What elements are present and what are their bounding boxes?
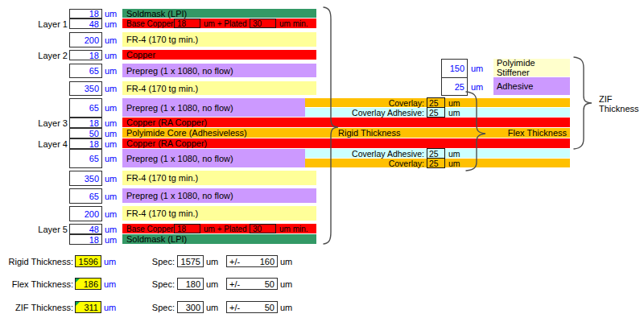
plated-thickness-cell[interactable]: 30 [250,19,276,28]
tolerance-cell[interactable]: +/- 50 [226,301,278,313]
plated-thickness-cell[interactable]: 30 [250,224,276,233]
summary-label: Rigid Thickness: [0,255,73,267]
unit-label: um [206,255,218,267]
stack-row: 350 um FR-4 (170 tg min.) [0,171,644,186]
tolerance-cell[interactable]: +/- 50 [226,278,278,290]
coverlay-adhesive-thickness-cell[interactable]: 25 [427,107,445,118]
summary-row: ZIF Thickness: 311 um Spec: 300 um +/- 5… [0,301,644,313]
spec-cell[interactable]: 300 [177,301,204,313]
thickness-cell[interactable]: 65 [69,64,102,78]
spec-cell[interactable]: 1575 [177,255,204,267]
thickness-cell[interactable]: 48 [69,19,102,29]
thickness-cell[interactable]: 350 [69,81,102,96]
stack-row: 65 um Prepreg (1 x 1080, no flow) [0,188,644,204]
unit-label: um [471,59,483,78]
material-label: Base Copper [126,224,173,233]
stack-row: 18 um Soldmask (LPI) [0,9,644,19]
tolerance-sign: +/- [229,257,240,266]
fr4-bar: FR-4 (170 tg min.) [122,206,316,221]
result-cell[interactable]: 1596 [75,255,101,267]
soldmask-bar: Soldmask (LPI) [122,9,316,18]
prepreg-bar: Prepreg (1 x 1080, no flow) [122,98,305,117]
material-label: um min. [279,224,308,233]
unit-label: um [105,81,117,96]
unit-label: um [105,188,117,204]
material-label: Adhesive [497,81,533,91]
thickness-cell[interactable]: 200 [69,206,102,221]
tolerance-cell[interactable]: +/- 160 [226,255,278,267]
stiffener-adhesive-thickness-cell[interactable]: 25 [441,77,468,96]
unit-label: um [105,32,117,47]
coverlay-adhesive-bar: Coverlay Adhesive: 25 um [305,149,570,158]
coverlay-label: Coverlay: [389,98,424,107]
coverlay-thickness-cell[interactable]: 25 [427,158,445,168]
stiffener-thickness-cell[interactable]: 150 [441,59,468,78]
thickness-cell[interactable]: 18 [69,138,102,149]
unit-label: um [105,19,117,29]
base-thickness-cell[interactable]: 18 [174,224,200,233]
coverlay-adhesive-label: Coverlay Adhesive: [352,108,424,117]
zif-thickness-label-line1: ZIF [599,94,639,104]
tolerance-sign: +/- [229,279,240,289]
layer-label: Layer 5 [16,224,68,234]
spec-label: Spec: [121,301,175,313]
fr4-bar: FR-4 (170 tg min.) [122,81,316,95]
stiffener-adhesive-bar: Adhesive [493,77,570,95]
fr4-bar: FR-4 (170 tg min.) [122,171,316,185]
thickness-cell[interactable]: 50 [69,128,102,138]
stack-row: 18 um Soldmask (LPI) [0,234,644,245]
thickness-cell[interactable]: 18 [69,234,102,245]
result-cell[interactable]: 311 [75,301,101,313]
thickness-cell[interactable]: 18 [69,118,102,128]
material-label: Polyimide Core (Adhesiveless) [126,128,247,138]
spec-label: Spec: [121,255,175,267]
stack-row: 50 um Polyimide Core (Adhesiveless) Rigi… [0,128,644,138]
thickness-cell[interactable]: 65 [69,98,102,118]
unit-label: um [105,128,117,138]
unit-label: um [448,149,460,158]
material-label: um min. [279,19,308,28]
copper-bar: Copper [122,50,316,60]
layer-label: Layer 2 [16,50,68,60]
unit-label: um [448,98,460,107]
spec-cell[interactable]: 180 [177,278,204,290]
stack-row: Layer 1 48 um Base Copper 18 um + Plated… [0,19,644,29]
material-label: Copper [126,50,155,60]
material-label: FR-4 (170 tg min.) [126,173,198,183]
unit-label: um [105,98,117,118]
fr4-bar: FR-4 (170 tg min.) [122,32,316,47]
unit-label: um [105,224,117,234]
unit-label: um [471,77,483,96]
rigid-thickness-label: Rigid Thickness [338,128,400,138]
material-label: Copper (RA Copper) [126,138,207,148]
unit-label: um [280,278,292,290]
thickness-cell[interactable]: 350 [69,171,102,186]
prepreg-bar: Prepreg (1 x 1080, no flow) [122,149,305,167]
layer-label: Layer 1 [16,19,68,29]
base-copper-bar: Base Copper 18 um + Plated 30 um min. [122,19,316,28]
polyimide-core-bar: Polyimide Core (Adhesiveless) Rigid Thic… [122,128,570,138]
unit-label: um [105,9,117,19]
copper-bar: Copper (RA Copper) [122,118,570,127]
thickness-cell[interactable]: 18 [69,50,102,60]
thickness-cell[interactable]: 18 [69,9,102,19]
thickness-cell[interactable]: 65 [69,188,102,204]
flex-thickness-label: Flex Thickness [508,128,567,138]
base-thickness-cell[interactable]: 18 [174,19,200,28]
thickness-cell[interactable]: 48 [69,224,102,234]
stackup-sheet: 18 um Soldmask (LPI) Layer 1 48 um Base … [0,0,644,322]
unit-label: um [280,255,292,267]
unit-label: um [105,206,117,221]
stack-row: Layer 4 18 um Copper (RA Copper) [0,138,644,149]
thickness-cell[interactable]: 200 [69,32,102,47]
thickness-cell[interactable]: 65 [69,149,102,168]
material-label: Soldmask (LPI) [126,234,187,244]
material-label: Copper (RA Copper) [126,118,207,127]
tolerance-sign: +/- [229,303,240,312]
result-cell[interactable]: 186 [75,278,101,290]
stack-row: 200 um FR-4 (170 tg min.) [0,32,644,47]
unit-label: um [105,118,117,128]
material-label: Prepreg (1 x 1080, no flow) [126,154,233,163]
copper-bar: Copper (RA Copper) [122,138,570,148]
coverlay-adhesive-bar: Coverlay Adhesive: 25 um [305,108,570,117]
